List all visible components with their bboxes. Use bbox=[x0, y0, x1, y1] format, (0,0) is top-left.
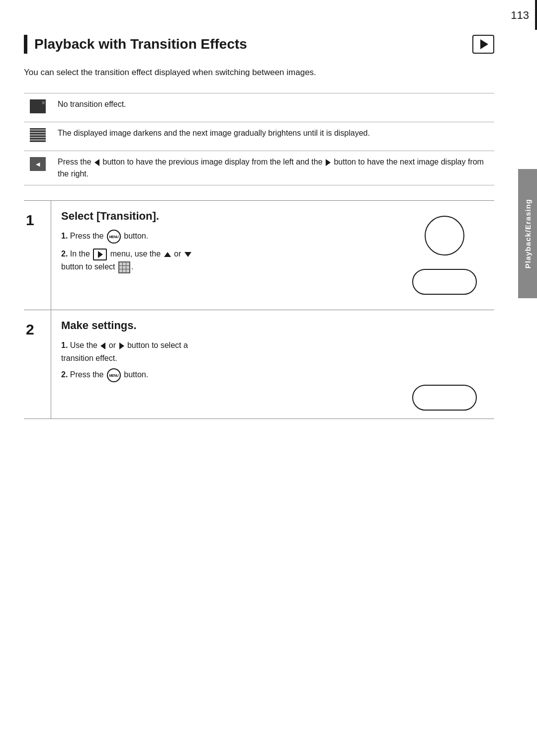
table-cell-desc: The displayed image darkens and the next… bbox=[52, 122, 494, 151]
playback-menu-icon bbox=[93, 249, 107, 260]
effect-description-3-pre: Press the bbox=[58, 158, 93, 166]
play-triangle-icon bbox=[480, 39, 488, 49]
step-1-number-col: 1 bbox=[24, 201, 51, 310]
table-cell-icon bbox=[24, 93, 52, 122]
effect-desc-3-mid: button to have the previous image displa… bbox=[102, 158, 325, 166]
page-title: Playback with Transition Effects bbox=[34, 36, 247, 52]
or-text-1: or bbox=[174, 250, 181, 258]
step-1-circle-illus bbox=[425, 216, 464, 255]
up-arrow-icon bbox=[164, 252, 171, 257]
step-1-instruction-1: 1. Press the MENU button. bbox=[61, 230, 385, 244]
effect-description-2: The displayed image darkens and the next… bbox=[58, 129, 370, 137]
step-2-row: 2 Make settings. 1. Use the or button to… bbox=[24, 310, 494, 419]
step-2-instruction-1: 1. Use the or button to select atransiti… bbox=[61, 339, 385, 364]
table-row: Press the button to have the previous im… bbox=[24, 151, 494, 185]
right-arrow-icon bbox=[326, 159, 331, 166]
grid-select-icon bbox=[118, 261, 130, 273]
step-2-heading: Make settings. bbox=[61, 319, 385, 332]
fade-effect-icon bbox=[30, 128, 46, 142]
step-1-bold-1: 1. bbox=[61, 232, 68, 240]
step-1-content: Select [Transition]. 1. Press the MENU b… bbox=[51, 201, 395, 310]
steps-container: 1 Select [Transition]. 1. Press the MENU… bbox=[24, 200, 494, 419]
step-1-instruction-2: 2. In the menu, use the or button to sel… bbox=[61, 248, 385, 273]
effect-description-1: No transition effect. bbox=[58, 100, 126, 108]
step-2-illustration bbox=[395, 310, 494, 419]
sidebar-tab: Playback/Erasing bbox=[518, 169, 537, 298]
left-arrow-icon bbox=[94, 159, 99, 166]
menu-button-icon-1: MENU bbox=[107, 230, 121, 244]
step-1-illustration bbox=[395, 201, 494, 310]
playback-icon bbox=[472, 35, 494, 54]
or-text-2: or bbox=[109, 341, 116, 349]
step-2-number-col: 2 bbox=[24, 310, 51, 419]
step-2-content: Make settings. 1. Use the or button to s… bbox=[51, 310, 395, 419]
intro-text: You can select the transition effect dis… bbox=[24, 66, 494, 79]
step-2-instruction-2: 2. Press the MENU button. bbox=[61, 368, 385, 382]
right-arrow-icon-2 bbox=[119, 342, 124, 349]
play-tri-icon bbox=[98, 251, 103, 258]
page-container: 113 Playback/Erasing Playback with Trans… bbox=[0, 0, 537, 756]
step-1-row: 1 Select [Transition]. 1. Press the MENU… bbox=[24, 200, 494, 310]
table-cell-icon bbox=[24, 151, 52, 185]
step-1-rect-illus bbox=[412, 269, 477, 295]
menu-label-2: MENU bbox=[109, 373, 119, 378]
step-2-rect-illus bbox=[412, 385, 477, 411]
step-1-bold-2: 2. bbox=[61, 250, 68, 258]
table-cell-desc: No transition effect. bbox=[52, 93, 494, 122]
effects-table: No transition effect. The displayed imag… bbox=[24, 93, 494, 185]
slide-effect-icon bbox=[30, 157, 46, 171]
title-section: Playback with Transition Effects bbox=[24, 35, 494, 54]
step-1-number: 1 bbox=[26, 212, 34, 229]
sidebar-tab-label: Playback/Erasing bbox=[524, 199, 532, 268]
table-cell-icon bbox=[24, 122, 52, 151]
menu-label-1: MENU bbox=[109, 234, 119, 240]
step-2-bold-2: 2. bbox=[61, 371, 68, 379]
step-2-bold-1: 1. bbox=[61, 341, 68, 349]
step-1-heading: Select [Transition]. bbox=[61, 210, 385, 223]
menu-button-icon-2: MENU bbox=[107, 368, 121, 382]
table-row: No transition effect. bbox=[24, 93, 494, 122]
down-arrow-icon bbox=[184, 252, 191, 257]
table-row: The displayed image darkens and the next… bbox=[24, 122, 494, 151]
main-content: Playback with Transition Effects You can… bbox=[0, 0, 518, 439]
table-cell-desc: Press the button to have the previous im… bbox=[52, 151, 494, 185]
no-effect-icon bbox=[30, 99, 46, 113]
page-number-bar bbox=[535, 0, 537, 30]
step-2-number: 2 bbox=[26, 321, 34, 338]
left-arrow-icon-2 bbox=[100, 342, 105, 349]
